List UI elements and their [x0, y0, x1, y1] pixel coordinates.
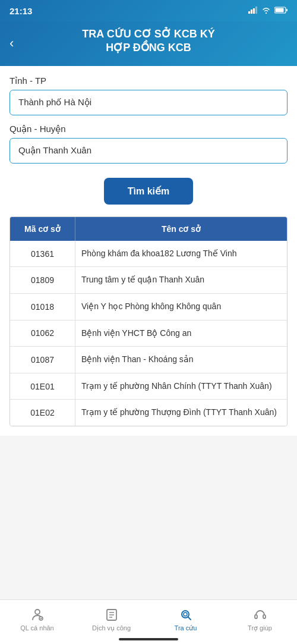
search-button-wrapper: Tìm kiếm: [10, 178, 287, 205]
table-row[interactable]: 01E02 Trạm y tế phường Thượng Đình (TTYT…: [10, 400, 287, 426]
svg-rect-6: [286, 9, 287, 11]
svg-point-15: [184, 612, 187, 616]
nav-label-dich-vu-cong: Dịch vụ công: [92, 624, 131, 632]
province-input[interactable]: [10, 90, 287, 115]
table-row[interactable]: 01E01 Trạm y tế phường Nhân Chính (TTYT …: [10, 373, 287, 400]
row-ma-0: 01361: [10, 241, 75, 267]
nav-label-tra-cuu: Tra cứu: [175, 624, 197, 632]
svg-rect-16: [255, 615, 257, 618]
row-ma-6: 01E02: [10, 400, 75, 426]
svg-rect-17: [263, 615, 266, 618]
table-row[interactable]: 01361 Phòng khám đa khoa182 Lương Thế Vi…: [10, 241, 287, 268]
district-input[interactable]: [10, 138, 287, 164]
ql-ca-nhan-icon: [30, 608, 45, 622]
svg-rect-5: [276, 8, 284, 12]
row-ten-5: Trạm y tế phường Nhân Chính (TTYT Thanh …: [75, 373, 287, 400]
row-ten-6: Trạm y tế phường Thượng Đình (TTYT Thanh…: [75, 400, 287, 426]
nav-item-tra-cuu[interactable]: Tra cứu: [148, 600, 223, 639]
search-button[interactable]: Tìm kiếm: [104, 178, 193, 205]
table-row[interactable]: 01809 Trung tâm y tế quận Thanh Xuân: [10, 267, 287, 294]
nav-item-dich-vu-cong[interactable]: Dịch vụ công: [74, 600, 148, 639]
status-icons: [248, 7, 287, 15]
header: ‹ TRA CỨU CƠ SỞ KCB KÝ HỢP ĐỒNG KCB: [0, 21, 297, 66]
row-ten-4: Bệnh viện Than - Khoáng sản: [75, 347, 287, 373]
svg-point-7: [35, 610, 40, 614]
nav-label-ql-ca-nhan: QL cá nhân: [20, 624, 53, 632]
table-body: 01361 Phòng khám đa khoa182 Lương Thế Vi…: [10, 241, 287, 426]
tra-cuu-icon: [179, 608, 193, 622]
district-label: Quận - Huyện: [10, 124, 287, 134]
row-ma-4: 01087: [10, 347, 75, 373]
row-ten-3: Bệnh viện YHCT Bộ Công an: [75, 321, 287, 347]
signal-icon: [248, 7, 258, 15]
svg-rect-0: [248, 11, 250, 14]
row-ma-1: 01809: [10, 267, 75, 293]
svg-line-14: [188, 617, 191, 620]
svg-rect-1: [251, 10, 252, 14]
col-header-ma: Mã cơ sở: [10, 217, 75, 241]
main-content: Tỉnh - TP Quận - Huyện Tìm kiếm Mã cơ sở…: [0, 66, 297, 489]
tro-giup-icon: [253, 608, 267, 622]
table-row[interactable]: 01087 Bệnh viện Than - Khoáng sản: [10, 347, 287, 373]
nav-label-tro-giup: Trợ giúp: [248, 624, 272, 632]
province-label: Tỉnh - TP: [10, 76, 287, 86]
col-header-ten: Tên cơ sở: [75, 217, 287, 241]
svg-rect-3: [255, 7, 257, 14]
nav-item-ql-ca-nhan[interactable]: QL cá nhân: [0, 600, 74, 639]
table-row[interactable]: 01062 Bệnh viện YHCT Bộ Công an: [10, 321, 287, 347]
row-ma-3: 01062: [10, 321, 75, 347]
dich-vu-cong-icon: [105, 608, 119, 622]
header-title: TRA CỨU CƠ SỞ KCB KÝ HỢP ĐỒNG KCB: [10, 27, 287, 55]
table-row[interactable]: 01018 Viện Y học Phòng không Không quân: [10, 294, 287, 321]
home-indicator: [119, 638, 178, 640]
svg-rect-2: [253, 8, 255, 14]
battery-icon: [274, 7, 287, 15]
status-time: 21:13: [10, 6, 32, 16]
status-bar: 21:13: [0, 0, 297, 21]
results-table: Mã cơ sở Tên cơ sở 01361 Phòng khám đa k…: [10, 216, 287, 426]
row-ten-1: Trung tâm y tế quận Thanh Xuân: [75, 267, 287, 293]
table-header: Mã cơ sở Tên cơ sở: [10, 217, 287, 241]
row-ten-2: Viện Y học Phòng không Không quân: [75, 294, 287, 320]
wifi-icon: [261, 7, 271, 15]
nav-item-tro-giup[interactable]: Trợ giúp: [223, 600, 297, 639]
form-section: Tỉnh - TP Quận - Huyện Tìm kiếm Mã cơ sở…: [0, 66, 297, 436]
row-ma-5: 01E01: [10, 373, 75, 400]
back-button[interactable]: ‹: [10, 36, 14, 51]
bottom-nav: QL cá nhân Dịch vụ công Tra cứu Trợ giúp: [0, 599, 297, 644]
row-ma-2: 01018: [10, 294, 75, 320]
row-ten-0: Phòng khám đa khoa182 Lương Thế Vinh: [75, 241, 287, 267]
